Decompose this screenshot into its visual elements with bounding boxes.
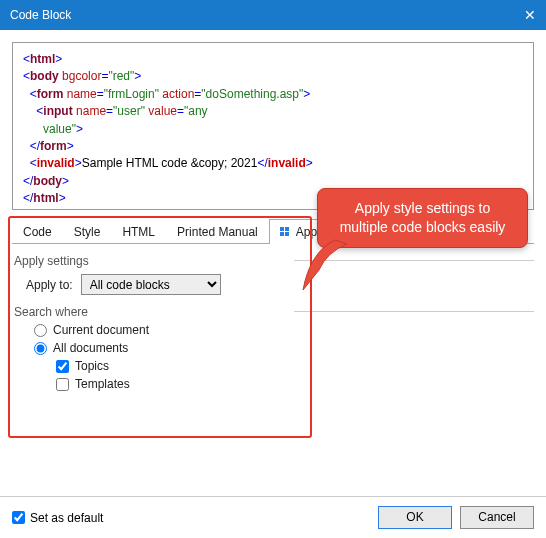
- search-where-group: Search where: [14, 305, 534, 319]
- radio-current-label: Current document: [53, 323, 149, 337]
- dialog-footer: Set as default OK Cancel: [0, 496, 546, 538]
- cancel-button[interactable]: Cancel: [460, 506, 534, 529]
- ok-button[interactable]: OK: [378, 506, 452, 529]
- check-templates[interactable]: [56, 378, 69, 391]
- annotation-callout: Apply style settings to multiple code bl…: [317, 188, 528, 248]
- tab-html[interactable]: HTML: [111, 219, 166, 244]
- check-templates-label: Templates: [75, 377, 130, 391]
- check-topics-label: Topics: [75, 359, 109, 373]
- check-topics[interactable]: [56, 360, 69, 373]
- apply-settings-group: Apply settings: [14, 254, 534, 268]
- apply-to-select[interactable]: All code blocks: [81, 274, 221, 295]
- close-icon[interactable]: ✕: [524, 7, 536, 23]
- callout-tail-icon: [295, 232, 365, 302]
- radio-all-documents[interactable]: [34, 342, 47, 355]
- set-default-label: Set as default: [30, 511, 103, 525]
- check-set-default[interactable]: [12, 511, 25, 524]
- apply-to-label: Apply to:: [26, 278, 73, 292]
- grid-icon: [280, 226, 292, 238]
- titlebar: Code Block ✕: [0, 0, 546, 30]
- tab-style[interactable]: Style: [63, 219, 112, 244]
- code-preview[interactable]: <html> <body bgcolor="red"> <form name="…: [12, 42, 534, 210]
- radio-all-label: All documents: [53, 341, 128, 355]
- radio-current-document[interactable]: [34, 324, 47, 337]
- tab-printed-manual[interactable]: Printed Manual: [166, 219, 269, 244]
- tab-code[interactable]: Code: [12, 219, 63, 244]
- window-title: Code Block: [10, 8, 71, 22]
